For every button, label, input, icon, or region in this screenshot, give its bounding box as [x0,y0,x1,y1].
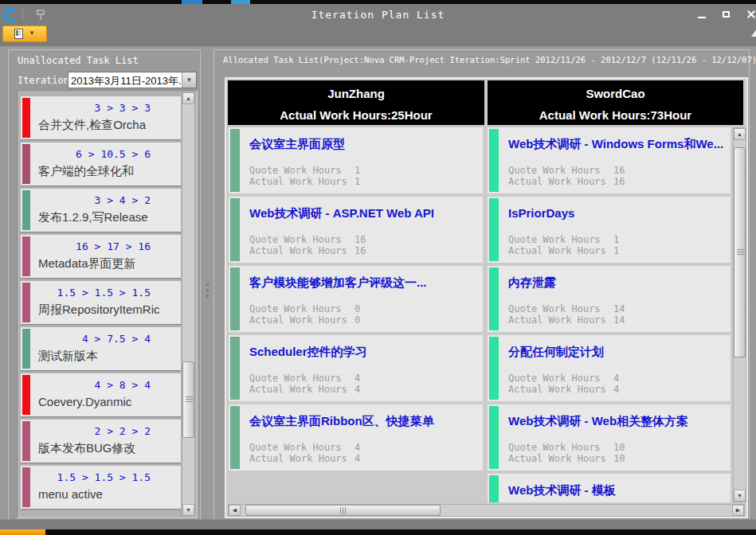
task-hours: 16 > 17 > 16 [21,235,181,252]
task-color-bar [22,329,30,369]
iteration-combobox[interactable]: 2013年3月11日-2013年... ▼ [68,72,197,88]
panel-title: Unallocated Task List [18,55,139,66]
task-hours: 2 > 2 > 2 [21,420,181,437]
allocation-board: JunZhang Actual Work Hours:25Hour SwordC… [225,77,748,518]
quote-hours-line: Quote Work Hours4 [249,442,360,453]
task-card[interactable]: Web技术调研 - Web相关整体方案 Quote Work Hours10 A… [488,404,731,471]
minimize-button[interactable] [695,9,709,21]
layout-menu-button[interactable]: ▼ [2,25,47,42]
task-title: IsPriorDays [508,206,727,220]
quote-hours-value: 4 [354,373,360,384]
task-color-bar [489,268,499,330]
scroll-down-icon[interactable]: ▼ [182,504,194,516]
assignee-name: JunZhang [228,87,484,100]
quote-hours-value: 16 [613,165,625,176]
scroll-left-icon[interactable]: ◀ [229,505,241,516]
task-title: 内存泄露 [508,275,727,291]
task-card[interactable]: Scheduler控件的学习 Quote Work Hours4 Actual … [229,335,483,401]
allocated-horizontal-scrollbar[interactable]: ◀ ▶ [228,504,745,517]
window-title: Iteration Plan List [0,9,756,21]
task-card[interactable]: 4 > 7.5 > 4 测试新版本 [21,327,181,370]
actual-hours-value: 0 [354,314,360,326]
panel-splitter[interactable] [203,49,211,521]
task-card[interactable]: 16 > 17 > 16 Metadata界面更新 [21,235,181,278]
task-title: Scheduler控件的学习 [249,345,480,360]
task-card[interactable]: 分配任何制定计划 Quote Work Hours4 Actual Work H… [488,335,731,401]
dropdown-arrow-icon: ▼ [29,29,35,37]
scrollbar-thumb[interactable] [734,147,746,357]
task-color-bar [489,129,499,192]
actual-hours-value: 14 [613,314,625,326]
task-title: Web技术调研 - ASP.NET Web API [249,206,480,221]
quote-hours-line: Quote Work Hours14 [508,303,625,314]
combobox-dropdown-button[interactable]: ▼ [182,72,196,88]
quote-hours-value: 4 [613,373,619,384]
task-card[interactable]: 1.5 > 1.5 > 1.5 menu active [21,466,181,509]
task-color-bar [22,98,30,138]
task-color-bar [230,337,240,400]
task-card[interactable]: Web技术调研 - Windows Forms和We... Quote Work… [488,127,731,193]
task-title: menu active [21,483,181,501]
scroll-right-icon[interactable]: ▶ [732,505,744,516]
quote-hours-line: Quote Work Hours4 [249,373,360,384]
task-card[interactable]: 1.5 > 1.5 > 1.5 周报RepositoryItemRic [21,281,181,324]
scroll-up-icon[interactable]: ▲ [182,92,194,104]
task-title: Web技术调研 - Windows Forms和We... [508,137,727,152]
unallocated-task-list: 3 > 3 > 3 合并文件,检查Orcha 6 > 10.5 > 6 客户端的… [17,90,198,518]
window-bottom-frame [0,519,756,530]
task-card[interactable]: 3 > 3 > 3 合并文件,检查Orcha [21,96,181,139]
task-card[interactable]: 6 > 10.5 > 6 客户端的全球化和 [21,143,181,185]
actual-hours-line: Actual Work Hours14 [508,314,625,326]
actual-hours-line: Actual Work Hours4 [249,453,360,464]
task-hours: 4 > 8 > 4 [21,373,181,391]
task-card[interactable]: 4 > 8 > 4 Coevery.Dyanmic [21,373,181,416]
scroll-down-icon[interactable]: ▼ [734,490,746,502]
task-card[interactable]: 会议室主界面原型 Quote Work Hours1 Actual Work H… [229,127,483,193]
assignee-hours: Actual Work Hours:73Hour [488,108,743,122]
task-title: 合并文件,检查Orcha [21,114,181,133]
task-title: 测试新版本 [21,345,181,364]
task-card[interactable]: 3 > 4 > 2 发布1.2.9,写Release [21,189,181,232]
quote-hours-line: Quote Work Hours1 [508,234,619,245]
quote-hours-line: Quote Work Hours16 [249,234,366,245]
actual-hours-value: 16 [613,176,625,187]
task-hours: 1.5 > 1.5 > 1.5 [21,466,181,483]
task-card[interactable]: 会议室主界面Ribbon区、快捷菜单 Quote Work Hours4 Act… [229,404,483,471]
scrollbar-thumb[interactable] [182,361,194,438]
quote-hours-line: Quote Work Hours16 [508,165,625,176]
quote-hours-line: Quote Work Hours0 [249,303,360,314]
scroll-up-icon[interactable]: ▲ [734,128,746,140]
splitter-grip [206,289,209,291]
actual-hours-line: Actual Work Hours4 [249,384,360,395]
allocated-vertical-scrollbar[interactable]: ▲ ▼ [733,127,746,502]
task-card[interactable]: Web技术调研 - ASP.NET Web API Quote Work Hou… [229,197,483,263]
actual-hours-value: 4 [613,384,619,395]
desktop-edge-bottom [0,529,756,535]
quote-hours-line: Quote Work Hours10 [508,442,625,453]
actual-hours-line: Actual Work Hours0 [249,314,360,326]
minimize-icon [698,17,706,18]
task-card[interactable]: 内存泄露 Quote Work Hours14 Actual Work Hour… [488,266,731,332]
left-list-scrollbar[interactable]: ▲ ▼ [182,92,195,517]
close-button[interactable] [744,9,756,21]
task-card[interactable]: 客户模块能够增加客户评级这一... Quote Work Hours0 Actu… [229,266,483,332]
task-card[interactable]: 2 > 2 > 2 版本发布BUG修改 [21,420,181,463]
task-card[interactable]: Web技术调研 - 模板 [488,474,731,502]
task-card[interactable]: IsPriorDays Quote Work Hours1 Actual Wor… [488,197,731,263]
scrollbar-thumb[interactable] [245,505,441,516]
toolbar: ▼ [0,24,756,46]
task-color-bar [489,198,499,261]
actual-hours-line: Actual Work Hours16 [249,245,366,256]
task-color-bar [489,475,499,502]
title-bar[interactable]: Iteration Plan List [0,4,756,25]
task-title: 客户端的全球化和 [21,160,181,179]
actual-hours-value: 4 [354,453,360,464]
task-title: Coevery.Dyanmic [21,391,181,408]
quote-hours-line: Quote Work Hours1 [249,165,360,176]
task-hours: 3 > 4 > 2 [21,189,181,206]
assignee-task-column: Web技术调研 - Windows Forms和We... Quote Work… [488,127,732,502]
iteration-value: 2013年3月11日-2013年... [71,74,181,88]
task-color-bar [230,129,240,192]
maximize-button[interactable] [719,9,734,21]
quote-hours-line: Quote Work Hours4 [508,373,619,384]
